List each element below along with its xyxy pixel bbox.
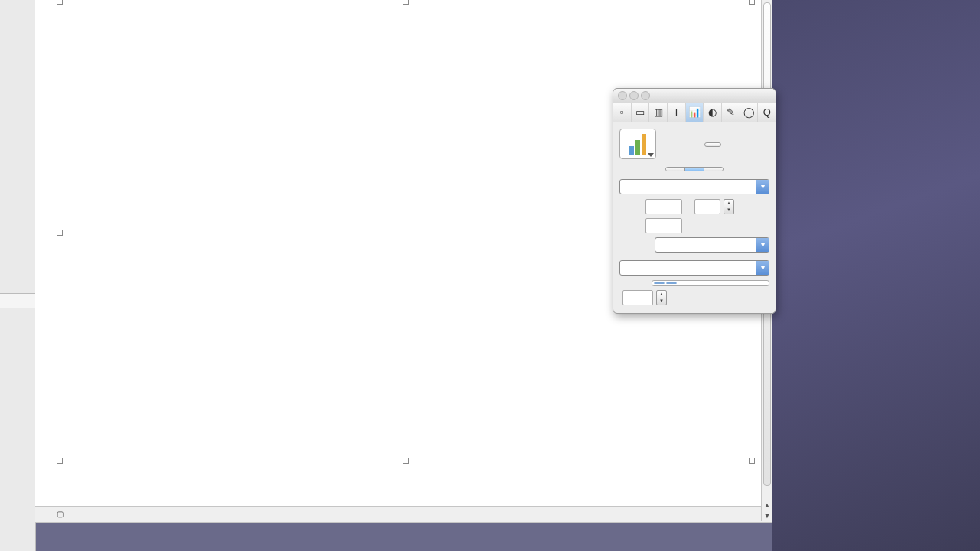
desktop-background — [772, 0, 980, 551]
inspector-tab-wrap[interactable]: ▥ — [649, 103, 668, 122]
category-axis-options-select[interactable]: ▾ — [619, 260, 769, 276]
chevron-down-icon: ▾ — [756, 238, 769, 252]
chevron-down-icon: ▾ — [756, 261, 769, 275]
inspector-tab-link[interactable]: ◯ — [740, 103, 759, 122]
label-every-stepper[interactable]: ▲▼ — [656, 290, 667, 305]
max-input[interactable] — [645, 199, 682, 214]
chart-type-picker[interactable] — [619, 129, 656, 159]
inspector-tab-document[interactable]: ▫ — [613, 103, 632, 122]
inspector-tab-graphic[interactable]: ✎ — [722, 103, 740, 122]
subtab-axis[interactable] — [685, 168, 704, 171]
minimize-icon[interactable] — [629, 91, 639, 100]
inspector-toolbar: ▫ ▭ ▥ T 📊 ◐ ✎ ◯ Q — [613, 103, 776, 122]
subtab-chart[interactable] — [666, 168, 685, 171]
inspector-tab-text[interactable]: T — [668, 103, 686, 122]
status-bar: ▢ — [35, 506, 776, 523]
combo-label — [620, 180, 756, 194]
status-icon[interactable]: ▢ — [57, 510, 64, 518]
label-token[interactable] — [666, 282, 677, 284]
window-controls[interactable] — [618, 91, 652, 105]
ruler-segment — [0, 293, 35, 308]
label-every-input[interactable] — [622, 290, 653, 305]
inspector-tab-quicktime[interactable]: Q — [758, 103, 776, 122]
combo-label — [620, 261, 756, 275]
selection-handle[interactable] — [749, 0, 755, 5]
inspector-tab-metrics[interactable]: ◐ — [704, 103, 722, 122]
format-select[interactable]: ▾ — [655, 237, 769, 253]
close-icon[interactable] — [618, 91, 627, 100]
scroll-down-arrow[interactable]: ▼ — [762, 510, 773, 521]
inspector-tab-chart[interactable]: 📊 — [686, 103, 704, 122]
combo-label — [655, 238, 756, 252]
zoom-icon[interactable] — [641, 91, 650, 100]
scroll-up-arrow[interactable]: ▲ — [762, 500, 773, 510]
steps-input[interactable] — [694, 199, 720, 214]
subtab-series[interactable] — [704, 168, 723, 171]
selection-handle[interactable] — [57, 0, 63, 5]
chart-inspector-panel[interactable]: ▫ ▭ ▥ T 📊 ◐ ✎ ◯ Q — [612, 88, 776, 314]
selection-handle[interactable] — [57, 458, 63, 464]
value-axis-options-select[interactable]: ▾ — [619, 179, 769, 194]
label-token[interactable] — [654, 282, 665, 284]
selection-handle[interactable] — [403, 0, 409, 5]
inspector-titlebar[interactable] — [613, 89, 776, 103]
selection-handle[interactable] — [403, 458, 409, 464]
chart-colors-button[interactable] — [704, 142, 721, 147]
selection-handle[interactable] — [57, 230, 63, 236]
chevron-down-icon — [648, 153, 654, 157]
inspector-tab-layout[interactable]: ▭ — [632, 103, 650, 122]
left-gutter — [0, 0, 36, 551]
min-input[interactable] — [645, 218, 682, 233]
selection-handle[interactable] — [749, 458, 755, 464]
labels-token-field[interactable] — [652, 280, 769, 286]
inspector-subtabs — [665, 167, 724, 171]
chevron-down-icon: ▾ — [756, 180, 769, 194]
steps-stepper[interactable]: ▲▼ — [724, 199, 734, 214]
